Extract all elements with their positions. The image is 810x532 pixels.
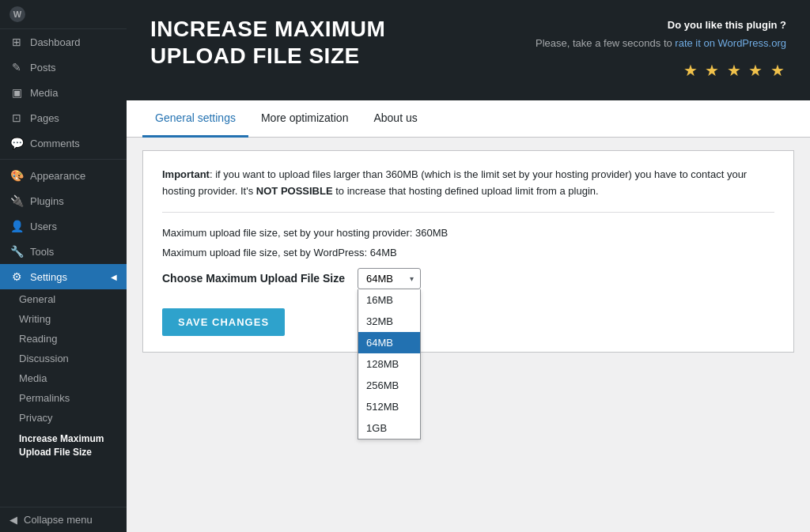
file-size-select-wrapper: 64MB ▾ 16MB 32MB 64MB [358,268,421,289]
plugin-banner: INCREASE MAXIMUM UPLOAD FILE SIZE Do you… [127,0,810,100]
sidebar-item-media[interactable]: ▣ Media [0,80,127,105]
sidebar-subitem-discussion[interactable]: Discussion [0,349,127,368]
option-256mb-label: 256MB [366,379,399,391]
sidebar-label-users: Users [30,221,57,232]
wordpress-logo: W [9,6,25,22]
option-32mb[interactable]: 32MB [358,311,420,332]
sidebar-subitem-media[interactable]: Media [0,368,127,388]
subitem-label-discussion: Discussion [19,353,69,364]
tools-icon: 🔧 [9,244,24,258]
option-16mb[interactable]: 16MB [358,289,420,311]
sidebar-subitem-writing[interactable]: Writing [0,309,127,329]
sidebar-subitem-permalinks[interactable]: Permalinks [0,388,127,408]
banner-title-line2: UPLOAD FILE SIZE [150,43,385,70]
sidebar-label-settings: Settings [30,271,67,283]
notice-text2: to increase that hosting defined upload … [333,185,599,197]
sidebar-item-comments[interactable]: 💬 Comments [0,130,127,156]
pages-icon: ⊡ [9,111,24,125]
main-content: INCREASE MAXIMUM UPLOAD FILE SIZE Do you… [127,0,810,532]
tab-about-us-label: About us [373,111,417,124]
option-64mb[interactable]: 64MB [358,332,420,353]
select-current-value: 64MB [366,273,393,285]
divider-1 [0,159,127,160]
sidebar-item-dashboard[interactable]: ⊞ Dashboard [0,29,127,55]
option-64mb-label: 64MB [366,337,393,349]
users-icon: 👤 [9,219,24,233]
sidebar-label-comments: Comments [30,138,80,149]
sidebar-label-posts: Posts [30,62,56,74]
sidebar-item-tools[interactable]: 🔧 Tools [0,239,127,264]
sidebar-header: W [0,0,127,29]
collapse-menu-label: Collapse menu [24,514,93,526]
dashboard-icon: ⊞ [9,35,24,49]
content-area: General settings More optimization About… [127,100,810,532]
file-size-select-trigger[interactable]: 64MB ▾ [358,268,421,289]
info-hosting-limit: Maximum upload file size, set by your ho… [162,225,774,242]
sidebar-item-posts[interactable]: ✎ Posts [0,55,127,80]
settings-icon: ⚙ [9,270,24,284]
subitem-label-media: Media [19,372,47,384]
banner-stars: ★ ★ ★ ★ ★ [536,56,786,85]
sidebar-item-pages[interactable]: ⊡ Pages [0,105,127,130]
settings-panel: Important: if you want to upload files l… [142,150,794,353]
subitem-label-permalinks: Permalinks [19,392,70,404]
sidebar-item-users[interactable]: 👤 Users [0,213,127,239]
sidebar-item-appearance[interactable]: 🎨 Appearance [0,163,127,188]
banner-promo-question: Do you like this plugin ? [536,16,786,34]
sidebar-label-pages: Pages [30,112,59,124]
tab-about-us[interactable]: About us [361,100,430,138]
option-512mb[interactable]: 512MB [358,396,420,417]
notice-bold: Important [162,168,210,180]
option-128mb-label: 128MB [366,358,399,370]
sidebar-subitem-reading[interactable]: Reading [0,329,127,349]
media-icon: ▣ [9,85,24,100]
subitem-label-plugin: Increase Maximum Upload File Size [19,432,117,459]
plugins-icon: 🔌 [9,194,24,208]
banner-promo: Do you like this plugin ? Please, take a… [536,16,786,85]
option-256mb[interactable]: 256MB [358,375,420,396]
option-512mb-label: 512MB [366,401,399,413]
banner-promo-text: Please, take a few seconds to rate it on… [536,34,786,52]
option-16mb-label: 16MB [366,294,393,306]
sidebar-label-dashboard: Dashboard [30,36,81,48]
tab-general-settings[interactable]: General settings [142,100,248,138]
banner-promo-static: Please, take a few seconds to [536,37,675,49]
sidebar-subitem-general[interactable]: General [0,289,127,309]
sidebar-item-settings[interactable]: ⚙ Settings ◀ [0,264,127,289]
banner-title-line1: INCREASE MAXIMUM [150,16,385,43]
choose-row: Choose Maximum Upload File Size 64MB ▾ 1… [162,268,774,289]
tab-more-optimization[interactable]: More optimization [248,100,361,138]
option-1gb-label: 1GB [366,422,387,434]
chevron-down-icon: ▾ [410,274,414,283]
sidebar-subitem-privacy[interactable]: Privacy [0,408,127,428]
tabs-bar: General settings More optimization About… [127,100,810,138]
sidebar-label-appearance: Appearance [30,170,85,182]
subitem-label-writing: Writing [19,313,51,325]
subitem-label-privacy: Privacy [19,412,53,424]
sidebar-subitem-plugin[interactable]: Increase Maximum Upload File Size [0,428,127,464]
comments-icon: 💬 [9,136,24,150]
file-size-dropdown: 16MB 32MB 64MB 128MB 256MB [358,289,421,440]
sidebar-label-plugins: Plugins [30,195,64,207]
posts-icon: ✎ [9,60,24,74]
option-1gb[interactable]: 1GB [358,417,420,439]
sidebar-item-plugins[interactable]: 🔌 Plugins [0,188,127,213]
divider [162,212,774,213]
settings-arrow: ◀ [111,273,117,281]
banner-title: INCREASE MAXIMUM UPLOAD FILE SIZE [150,16,385,69]
subitem-label-reading: Reading [19,333,57,345]
option-32mb-label: 32MB [366,315,393,327]
tab-more-optimization-label: More optimization [261,111,349,124]
collapse-menu-button[interactable]: ◀ Collapse menu [0,507,127,532]
sidebar-label-tools: Tools [30,246,54,258]
important-notice: Important: if you want to upload files l… [162,167,774,200]
sidebar-label-media: Media [30,87,58,99]
tab-general-settings-label: General settings [155,111,236,124]
option-128mb[interactable]: 128MB [358,353,420,375]
info-wp-limit: Maximum upload file size, set by WordPre… [162,245,774,262]
choose-label: Choose Maximum Upload File Size [162,272,345,285]
banner-rate-link[interactable]: rate it on WordPress.org [675,37,786,49]
save-changes-button[interactable]: SAVE CHANGES [162,308,285,336]
subitem-label-general: General [19,293,55,305]
sidebar: W ⊞ Dashboard ✎ Posts ▣ Media ⊡ Pages 💬 … [0,0,127,532]
